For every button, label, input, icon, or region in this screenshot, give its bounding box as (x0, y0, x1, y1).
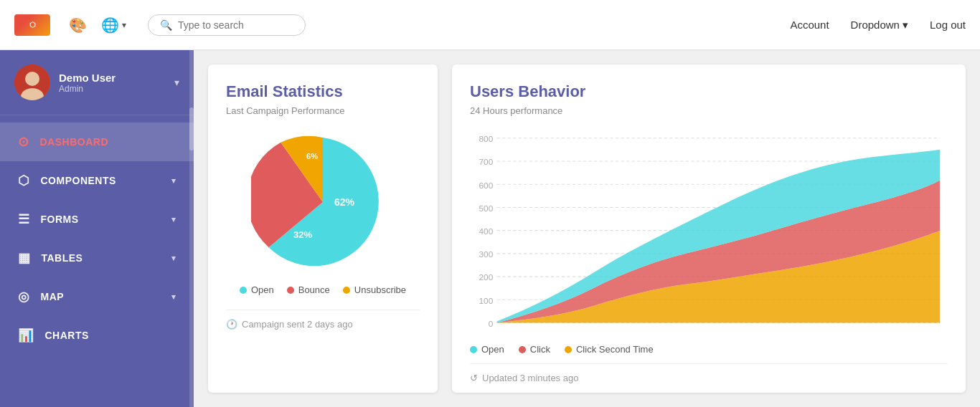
refresh-icon: ↺ (470, 373, 478, 383)
svg-text:3:00PM: 3:00PM (607, 330, 633, 330)
sidebar-scrollbar[interactable] (189, 50, 194, 407)
svg-text:6%: 6% (306, 152, 318, 161)
sidebar-item-label: CHARTS (45, 330, 89, 341)
email-statistics-title: Email Statistics (226, 82, 420, 101)
globe-dropdown[interactable]: 🌐 ▾ (101, 16, 126, 34)
logout-link[interactable]: Log out (930, 19, 966, 31)
dropdown-chevron-icon: ▾ (903, 19, 908, 32)
svg-text:800: 800 (479, 134, 494, 144)
user-chevron-icon[interactable]: ▾ (174, 77, 179, 88)
tables-icon: ▦ (18, 250, 31, 266)
area-chart: 0 100 200 300 400 500 600 700 800 (470, 130, 948, 330)
sidebar-item-tables[interactable]: ▦ TABLES ▾ (0, 239, 194, 277)
users-behavior-card: Users Behavior 24 Hours performance 0 10… (452, 64, 966, 393)
header-icons: 🎨 🌐 ▾ (65, 12, 126, 38)
area-chart-container: 0 100 200 300 400 500 600 700 800 (470, 130, 948, 333)
tables-chevron-icon: ▾ (171, 254, 176, 263)
globe-icon: 🌐 (101, 16, 119, 34)
avatar (14, 64, 50, 100)
sidebar-item-label: TABLES (42, 252, 83, 264)
clock-icon: 🕐 (226, 319, 237, 330)
map-icon: ◎ (18, 289, 30, 305)
pie-chart-container: 62% 32% 6% (226, 130, 420, 274)
users-open-dot (470, 346, 477, 353)
sidebar-item-components[interactable]: ⬡ COMPONENTS ▾ (0, 161, 194, 200)
email-statistics-subtitle: Last Campaign Performance (226, 105, 420, 116)
account-link[interactable]: Account (790, 19, 829, 31)
sidebar-scrollbar-thumb (189, 107, 194, 150)
header-right: Account Dropdown ▾ Log out (790, 19, 966, 32)
palette-button[interactable]: 🎨 (65, 12, 90, 38)
legend-open: Open (240, 284, 274, 295)
svg-text:500: 500 (479, 204, 494, 214)
svg-text:9:00PM: 9:00PM (730, 330, 757, 330)
legend-open-label: Open (251, 284, 274, 295)
search-input[interactable] (178, 19, 293, 31)
legend-bounce: Bounce (287, 284, 330, 295)
sidebar-username: Demo User (59, 72, 166, 84)
legend-click-second: Click Second Time (565, 344, 654, 355)
sidebar-item-label: FORMS (41, 214, 79, 225)
forms-chevron-icon: ▾ (171, 215, 176, 224)
svg-text:400: 400 (479, 226, 494, 236)
svg-text:9:00AM: 9:00AM (484, 330, 510, 330)
click-dot (519, 346, 526, 353)
email-statistics-card: Email Statistics Last Campaign Performan… (208, 64, 438, 393)
svg-text:300: 300 (479, 249, 494, 259)
sidebar-user: Demo User Admin ▾ (0, 50, 194, 115)
sidebar: Demo User Admin ▾ ⊙ DASHBOARD ⬡ COMPONEN… (0, 50, 194, 407)
dropdown-link[interactable]: Dropdown ▾ (851, 19, 908, 32)
sidebar-item-label: COMPONENTS (41, 175, 116, 186)
logo-image: ⬡ (14, 14, 50, 36)
header: ⬡ 🎨 🌐 ▾ 🔍 Account Dropdown ▾ Log out (0, 0, 980, 50)
open-dot (240, 287, 247, 294)
sidebar-item-charts[interactable]: 📊 CHARTS (0, 316, 194, 355)
globe-chevron-icon: ▾ (122, 20, 126, 30)
email-legend: Open Bounce Unsubscribe (226, 284, 420, 295)
legend-click: Click (519, 344, 550, 355)
svg-text:62%: 62% (334, 196, 355, 208)
svg-text:6:00PM: 6:00PM (669, 330, 695, 330)
svg-text:200: 200 (479, 272, 494, 282)
bounce-dot (287, 287, 294, 294)
click-label: Click (530, 344, 550, 355)
sidebar-item-label: DASHBOARD (40, 136, 109, 148)
sidebar-item-forms[interactable]: ☰ FORMS ▾ (0, 200, 194, 239)
users-behavior-title: Users Behavior (470, 82, 948, 101)
components-chevron-icon: ▾ (171, 176, 176, 186)
sidebar-item-dashboard[interactable]: ⊙ DASHBOARD (0, 123, 194, 161)
logo-text: ⬡ (29, 21, 36, 29)
sidebar-role: Admin (59, 84, 166, 94)
sidebar-nav: ⊙ DASHBOARD ⬡ COMPONENTS ▾ ☰ FORMS ▾ ▦ T… (0, 115, 194, 362)
svg-text:0: 0 (489, 319, 494, 329)
email-footer: 🕐 Campaign sent 2 days ago (226, 310, 420, 330)
main-content: Email Statistics Last Campaign Performan… (194, 50, 980, 407)
click-second-dot (565, 346, 572, 353)
svg-text:12:00AM: 12:00AM (543, 330, 574, 330)
components-icon: ⬡ (18, 173, 30, 188)
svg-text:3:00AM: 3:00AM (861, 330, 887, 330)
charts-icon: 📊 (18, 327, 34, 343)
layout: Demo User Admin ▾ ⊙ DASHBOARD ⬡ COMPONEN… (0, 50, 980, 407)
svg-text:600: 600 (479, 181, 494, 191)
svg-text:32%: 32% (293, 229, 312, 240)
map-chevron-icon: ▾ (171, 292, 176, 302)
svg-text:6:00AM: 6:00AM (927, 330, 948, 330)
legend-unsubscribe: Unsubscribe (343, 284, 406, 295)
click-second-label: Click Second Time (576, 344, 654, 355)
dashboard-icon: ⊙ (18, 134, 29, 150)
users-footer-text: Updated 3 minutes ago (482, 373, 578, 383)
svg-text:12:00PM: 12:00PM (790, 330, 821, 330)
email-footer-text: Campaign sent 2 days ago (242, 319, 353, 330)
search-icon: 🔍 (160, 19, 172, 31)
users-open-label: Open (481, 344, 504, 355)
sidebar-item-map[interactable]: ◎ MAP ▾ (0, 277, 194, 316)
sidebar-user-info: Demo User Admin (59, 72, 166, 94)
svg-point-1 (25, 72, 39, 86)
pie-chart: 62% 32% 6% (251, 130, 395, 274)
users-behavior-subtitle: 24 Hours performance (470, 105, 948, 116)
search-bar: 🔍 (148, 14, 306, 36)
legend-unsubscribe-label: Unsubscribe (354, 284, 406, 295)
forms-icon: ☰ (18, 211, 30, 227)
legend-users-open: Open (470, 344, 504, 355)
